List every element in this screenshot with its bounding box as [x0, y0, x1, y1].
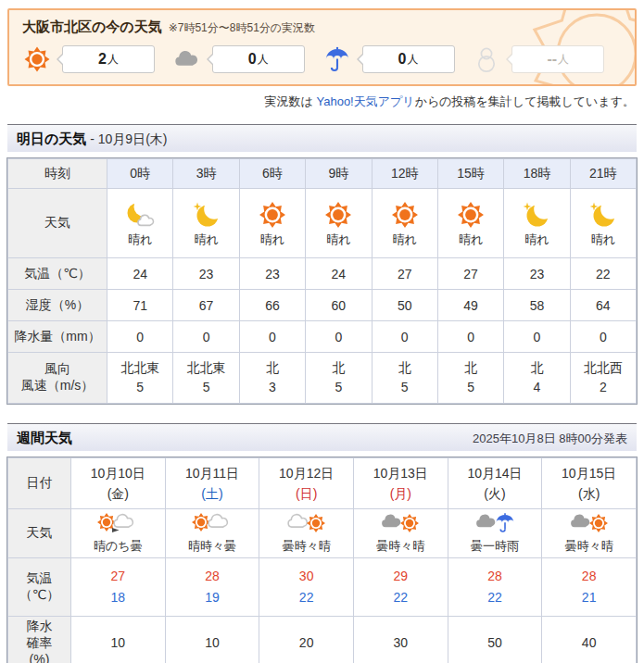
- hourly-humidity-cell: 71: [107, 290, 173, 321]
- hourly-temp-cell: 24: [107, 258, 173, 290]
- hourly-hour-header: 9時: [306, 159, 372, 189]
- hourly-weather-label: 天気: [8, 189, 107, 258]
- weekly-pop-cell: 40: [542, 617, 637, 663]
- weekly-temp-cell: 2821: [542, 558, 637, 617]
- hourly-temp-cell: 27: [372, 258, 437, 290]
- count-bubble: 2人: [62, 45, 155, 73]
- source-note: 実況数は Yahoo!天気アプリからの投稿を集計して掲載しています。: [9, 94, 635, 110]
- hourly-hour-header: 3時: [173, 159, 239, 189]
- weekly-temp-cell: 3022: [259, 558, 354, 617]
- hourly-temp-cell: 24: [306, 258, 372, 290]
- observation-count-cloud: 0人: [172, 44, 322, 74]
- count-bubble: --人: [511, 45, 604, 73]
- hourly-temp-cell: 27: [437, 258, 503, 290]
- weekly-temp-cell: 2922: [353, 558, 448, 617]
- hourly-precip-label: 降水量（mm）: [8, 321, 107, 353]
- hourly-temp-cell: 23: [173, 258, 239, 290]
- weekly-pop-cell: 20: [259, 617, 354, 663]
- hourly-hour-header: 15時: [437, 159, 503, 189]
- hourly-wind-cell: 北5: [437, 353, 503, 404]
- tomorrow-section-header: 明日の天気 - 10月9日(木): [7, 124, 637, 152]
- hourly-precip-cell: 0: [239, 321, 305, 353]
- current-weather-title: 大阪市北区の今の天気: [22, 19, 162, 34]
- weekly-weather-cell: 曇時々晴: [259, 509, 354, 558]
- weekly-temp-cell: 2819: [165, 558, 259, 617]
- hourly-precip-cell: 0: [504, 321, 570, 353]
- hourly-wind-cell: 北3: [239, 353, 305, 404]
- hourly-hour-header: 12時: [372, 159, 437, 189]
- hourly-weather-cell: 晴れ: [239, 189, 305, 258]
- weekly-temp-cell: 2822: [448, 558, 542, 617]
- weekly-pop-label: 降水確率(%): [8, 617, 71, 663]
- weekly-date-label: 日付: [8, 458, 71, 509]
- hourly-humidity-cell: 60: [306, 290, 372, 321]
- hourly-wind-cell: 北5: [306, 353, 372, 404]
- weekly-pop-cell: 50: [448, 617, 542, 663]
- hourly-time-label: 時刻: [8, 159, 107, 189]
- weekly-forecast-table: 日付10月10日(金)10月11日(土)10月12日(日)10月13日(月)10…: [7, 457, 637, 663]
- weekly-pop-cell: 10: [71, 617, 166, 663]
- hourly-hour-header: 0時: [107, 159, 173, 189]
- weekly-pop-cell: 30: [353, 617, 448, 663]
- hourly-weather-cell: 晴れ: [107, 189, 173, 258]
- count-bubble: 0人: [362, 45, 455, 73]
- cloud-icon: [172, 44, 202, 74]
- weekly-weather-cell: 曇時々晴: [542, 509, 637, 558]
- hourly-wind-cell: 北5: [372, 353, 437, 404]
- hourly-weather-cell: 晴れ: [504, 189, 570, 258]
- weekly-date-cell: 10月10日(金): [71, 458, 166, 509]
- hourly-precip-cell: 0: [372, 321, 437, 353]
- note-prefix: 実況数は: [265, 94, 313, 108]
- hourly-hour-header: 18時: [504, 159, 570, 189]
- hourly-wind-cell: 北北東5: [107, 353, 173, 404]
- weekly-weather-cell: 晴のち曇: [71, 509, 166, 558]
- hourly-weather-cell: 晴れ: [306, 189, 372, 258]
- hourly-humidity-cell: 67: [173, 290, 239, 321]
- weekly-weather-cell: 曇時々晴: [353, 509, 448, 558]
- sun-icon: [22, 44, 52, 74]
- weekly-date-cell: 10月13日(月): [353, 458, 448, 509]
- hourly-weather-cell: 晴れ: [570, 189, 636, 258]
- weekly-temp-cell: 2718: [71, 558, 166, 617]
- hourly-humidity-cell: 50: [372, 290, 437, 321]
- hourly-temp-cell: 23: [504, 258, 570, 290]
- hourly-temp-cell: 22: [570, 258, 636, 290]
- weekly-weather-cell: 曇一時雨: [448, 509, 542, 558]
- hourly-temp-label: 気温（℃）: [8, 258, 107, 290]
- tomorrow-date: - 10月9日(木): [86, 131, 167, 146]
- hourly-wind-cell: 北北西2: [570, 353, 636, 404]
- weekly-date-cell: 10月15日(水): [542, 458, 637, 509]
- observation-period-note: ※7時51分〜8時51分の実況数: [169, 21, 315, 34]
- snowman-icon: [472, 44, 501, 74]
- hourly-forecast-table: 時刻0時3時6時9時12時15時18時21時天気晴れ晴れ晴れ晴れ晴れ晴れ晴れ晴れ…: [7, 158, 637, 404]
- weekly-date-cell: 10月11日(土): [165, 458, 259, 509]
- observation-count-umbrella: 0人: [322, 44, 473, 74]
- weather-page: 大阪市北区の今の天気※7時51分〜8時51分の実況数 2人0人0人--人 実況数…: [0, 0, 644, 663]
- hourly-wind-label: 風向風速（m/s）: [8, 353, 107, 404]
- yahoo-weather-app-link[interactable]: Yahoo!天気アプリ: [316, 94, 414, 108]
- current-weather-panel: 大阪市北区の今の天気※7時51分〜8時51分の実況数 2人0人0人--人: [7, 8, 637, 86]
- weekly-date-cell: 10月14日(火): [448, 458, 542, 509]
- hourly-temp-cell: 23: [239, 258, 305, 290]
- hourly-weather-cell: 晴れ: [173, 189, 239, 258]
- hourly-wind-cell: 北4: [504, 353, 570, 404]
- weekly-weather-label: 天気: [8, 509, 71, 558]
- hourly-weather-cell: 晴れ: [372, 189, 437, 258]
- hourly-precip-cell: 0: [173, 321, 239, 353]
- umbrella-icon: [322, 44, 352, 74]
- count-bubble: 0人: [212, 45, 305, 73]
- observation-counts: 2人0人0人--人: [22, 44, 622, 74]
- hourly-precip-cell: 0: [306, 321, 372, 353]
- note-suffix: からの投稿を集計して掲載しています。: [415, 94, 635, 108]
- weekly-date-cell: 10月12日(日): [259, 458, 354, 509]
- weekly-temp-label: 気温（℃）: [8, 558, 71, 617]
- hourly-hour-header: 6時: [239, 159, 305, 189]
- observation-count-snowman: --人: [472, 44, 622, 74]
- hourly-weather-cell: 晴れ: [437, 189, 503, 258]
- hourly-humidity-cell: 66: [239, 290, 305, 321]
- weekly-section-header: 2025年10月8日 8時00分発表 週間天気: [7, 423, 637, 451]
- hourly-humidity-cell: 49: [437, 290, 503, 321]
- weekly-issued-time: 2025年10月8日 8時00分発表: [473, 431, 627, 447]
- tomorrow-heading: 明日の天気: [17, 131, 86, 146]
- hourly-humidity-cell: 58: [504, 290, 570, 321]
